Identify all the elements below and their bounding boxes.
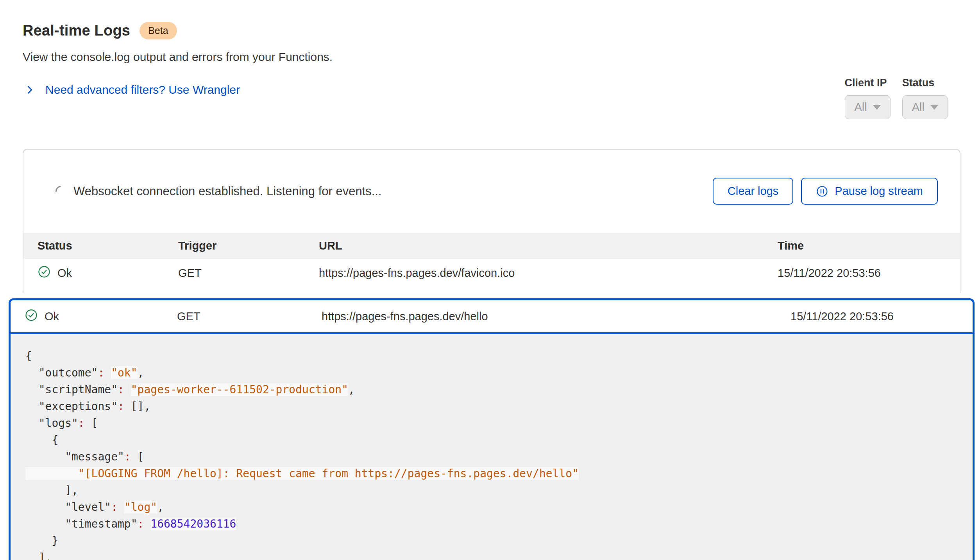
websocket-status: Websocket connection established. Listen… bbox=[55, 184, 382, 198]
column-header-time: Time bbox=[778, 239, 946, 252]
pause-log-stream-label: Pause log stream bbox=[835, 185, 923, 198]
log-json: { "outcome": "ok", "scriptName": "pages-… bbox=[11, 334, 973, 560]
column-header-url: URL bbox=[319, 239, 778, 252]
caret-down-icon bbox=[873, 105, 881, 110]
client-ip-dropdown-value: All bbox=[855, 101, 867, 114]
row-status-text: Ok bbox=[57, 267, 72, 280]
row-time-text: 15/11/2022 20:53:56 bbox=[778, 267, 946, 280]
row-trigger-text: GET bbox=[177, 310, 322, 323]
filter-client-ip: Client IP All bbox=[845, 77, 891, 119]
realtime-logs-page: Real-time Logs Beta View the console.log… bbox=[0, 0, 980, 560]
check-circle-icon bbox=[25, 309, 38, 325]
row-url-text: https://pages-fns.pages.dev/hello bbox=[322, 310, 790, 323]
websocket-status-message: Websocket connection established. Listen… bbox=[73, 184, 382, 198]
status-dropdown-value: All bbox=[912, 101, 925, 114]
beta-badge: Beta bbox=[139, 22, 177, 39]
check-circle-icon bbox=[38, 265, 51, 281]
wrangler-link-label: Need advanced filters? Use Wrangler bbox=[45, 83, 240, 96]
logs-panel: Websocket connection established. Listen… bbox=[23, 149, 960, 293]
clear-logs-label: Clear logs bbox=[728, 185, 779, 198]
log-table-header: Status Trigger URL Time bbox=[23, 233, 960, 259]
spinner-icon bbox=[53, 184, 68, 199]
client-ip-filter-label: Client IP bbox=[845, 77, 891, 89]
expanded-log-row[interactable]: Ok GET https://pages-fns.pages.dev/hello… bbox=[11, 300, 973, 334]
log-table-row[interactable]: Ok GET https://pages-fns.pages.dev/favic… bbox=[23, 259, 960, 287]
row-time-text: 15/11/2022 20:53:56 bbox=[790, 310, 959, 323]
wrangler-advanced-filters-link[interactable]: Need advanced filters? Use Wrangler bbox=[24, 83, 240, 96]
row-trigger-text: GET bbox=[178, 267, 319, 280]
pause-log-stream-button[interactable]: Pause log stream bbox=[801, 178, 938, 205]
status-filter-label: Status bbox=[902, 77, 948, 89]
pause-icon bbox=[816, 185, 828, 198]
page-description: View the console.log output and errors f… bbox=[23, 50, 960, 64]
column-header-status: Status bbox=[38, 239, 178, 252]
row-status-text: Ok bbox=[45, 310, 59, 323]
row-url-text: https://pages-fns.pages.dev/favicon.ico bbox=[319, 267, 778, 280]
page-title: Real-time Logs bbox=[23, 22, 130, 39]
chevron-right-icon bbox=[24, 84, 35, 95]
client-ip-dropdown[interactable]: All bbox=[845, 95, 891, 119]
clear-logs-button[interactable]: Clear logs bbox=[713, 178, 794, 205]
column-header-trigger: Trigger bbox=[178, 239, 319, 252]
caret-down-icon bbox=[930, 105, 938, 110]
log-filters: Client IP All Status All bbox=[845, 77, 948, 119]
expanded-log-entry: Ok GET https://pages-fns.pages.dev/hello… bbox=[9, 298, 975, 560]
filter-status: Status All bbox=[902, 77, 948, 119]
status-dropdown[interactable]: All bbox=[902, 95, 948, 119]
